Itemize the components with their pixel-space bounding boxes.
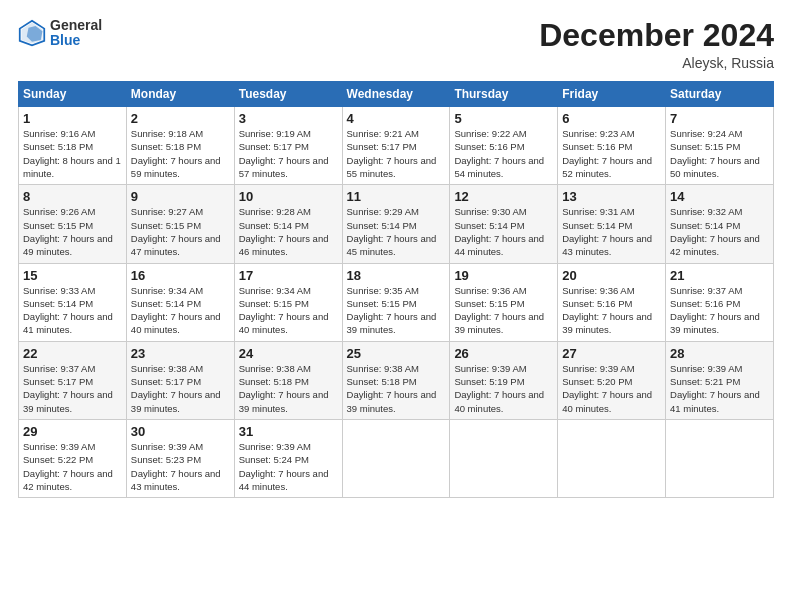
day-cell: 30Sunrise: 9:39 AMSunset: 5:23 PMDayligh… <box>126 419 234 497</box>
day-number: 26 <box>454 346 553 361</box>
logo-text: General Blue <box>50 18 102 49</box>
day-cell <box>558 419 666 497</box>
day-cell: 28Sunrise: 9:39 AMSunset: 5:21 PMDayligh… <box>666 341 774 419</box>
day-cell: 26Sunrise: 9:39 AMSunset: 5:19 PMDayligh… <box>450 341 558 419</box>
week-row-2: 8Sunrise: 9:26 AMSunset: 5:15 PMDaylight… <box>19 185 774 263</box>
day-header-thursday: Thursday <box>450 82 558 107</box>
day-content: Sunrise: 9:39 AMSunset: 5:22 PMDaylight:… <box>23 441 113 492</box>
day-number: 9 <box>131 189 230 204</box>
day-content: Sunrise: 9:18 AMSunset: 5:18 PMDaylight:… <box>131 128 221 179</box>
day-content: Sunrise: 9:37 AMSunset: 5:17 PMDaylight:… <box>23 363 113 414</box>
day-cell: 6Sunrise: 9:23 AMSunset: 5:16 PMDaylight… <box>558 107 666 185</box>
day-content: Sunrise: 9:39 AMSunset: 5:24 PMDaylight:… <box>239 441 329 492</box>
day-number: 12 <box>454 189 553 204</box>
day-number: 11 <box>347 189 446 204</box>
day-number: 14 <box>670 189 769 204</box>
page: General Blue December 2024 Aleysk, Russi… <box>0 0 792 612</box>
day-number: 27 <box>562 346 661 361</box>
day-content: Sunrise: 9:30 AMSunset: 5:14 PMDaylight:… <box>454 206 544 257</box>
logo-icon <box>18 19 46 47</box>
day-cell: 5Sunrise: 9:22 AMSunset: 5:16 PMDaylight… <box>450 107 558 185</box>
day-content: Sunrise: 9:21 AMSunset: 5:17 PMDaylight:… <box>347 128 437 179</box>
day-cell: 2Sunrise: 9:18 AMSunset: 5:18 PMDaylight… <box>126 107 234 185</box>
day-content: Sunrise: 9:38 AMSunset: 5:18 PMDaylight:… <box>347 363 437 414</box>
day-header-sunday: Sunday <box>19 82 127 107</box>
day-header-monday: Monday <box>126 82 234 107</box>
day-number: 23 <box>131 346 230 361</box>
month-title: December 2024 <box>539 18 774 53</box>
day-content: Sunrise: 9:34 AMSunset: 5:15 PMDaylight:… <box>239 285 329 336</box>
day-cell: 29Sunrise: 9:39 AMSunset: 5:22 PMDayligh… <box>19 419 127 497</box>
day-content: Sunrise: 9:33 AMSunset: 5:14 PMDaylight:… <box>23 285 113 336</box>
day-cell: 7Sunrise: 9:24 AMSunset: 5:15 PMDaylight… <box>666 107 774 185</box>
day-number: 7 <box>670 111 769 126</box>
day-content: Sunrise: 9:39 AMSunset: 5:23 PMDaylight:… <box>131 441 221 492</box>
day-cell: 21Sunrise: 9:37 AMSunset: 5:16 PMDayligh… <box>666 263 774 341</box>
day-content: Sunrise: 9:39 AMSunset: 5:20 PMDaylight:… <box>562 363 652 414</box>
day-content: Sunrise: 9:38 AMSunset: 5:18 PMDaylight:… <box>239 363 329 414</box>
day-content: Sunrise: 9:35 AMSunset: 5:15 PMDaylight:… <box>347 285 437 336</box>
day-content: Sunrise: 9:16 AMSunset: 5:18 PMDaylight:… <box>23 128 121 179</box>
day-content: Sunrise: 9:27 AMSunset: 5:15 PMDaylight:… <box>131 206 221 257</box>
day-content: Sunrise: 9:19 AMSunset: 5:17 PMDaylight:… <box>239 128 329 179</box>
day-content: Sunrise: 9:39 AMSunset: 5:21 PMDaylight:… <box>670 363 760 414</box>
day-content: Sunrise: 9:38 AMSunset: 5:17 PMDaylight:… <box>131 363 221 414</box>
week-row-3: 15Sunrise: 9:33 AMSunset: 5:14 PMDayligh… <box>19 263 774 341</box>
week-row-1: 1Sunrise: 9:16 AMSunset: 5:18 PMDaylight… <box>19 107 774 185</box>
day-cell: 4Sunrise: 9:21 AMSunset: 5:17 PMDaylight… <box>342 107 450 185</box>
day-cell: 10Sunrise: 9:28 AMSunset: 5:14 PMDayligh… <box>234 185 342 263</box>
day-number: 10 <box>239 189 338 204</box>
day-cell: 23Sunrise: 9:38 AMSunset: 5:17 PMDayligh… <box>126 341 234 419</box>
day-number: 24 <box>239 346 338 361</box>
day-number: 18 <box>347 268 446 283</box>
day-cell <box>450 419 558 497</box>
day-content: Sunrise: 9:28 AMSunset: 5:14 PMDaylight:… <box>239 206 329 257</box>
day-number: 8 <box>23 189 122 204</box>
day-number: 28 <box>670 346 769 361</box>
day-cell: 3Sunrise: 9:19 AMSunset: 5:17 PMDaylight… <box>234 107 342 185</box>
day-cell: 1Sunrise: 9:16 AMSunset: 5:18 PMDaylight… <box>19 107 127 185</box>
day-cell: 12Sunrise: 9:30 AMSunset: 5:14 PMDayligh… <box>450 185 558 263</box>
title-block: December 2024 Aleysk, Russia <box>539 18 774 71</box>
day-cell: 14Sunrise: 9:32 AMSunset: 5:14 PMDayligh… <box>666 185 774 263</box>
day-cell: 31Sunrise: 9:39 AMSunset: 5:24 PMDayligh… <box>234 419 342 497</box>
day-number: 3 <box>239 111 338 126</box>
day-content: Sunrise: 9:24 AMSunset: 5:15 PMDaylight:… <box>670 128 760 179</box>
day-header-wednesday: Wednesday <box>342 82 450 107</box>
week-row-5: 29Sunrise: 9:39 AMSunset: 5:22 PMDayligh… <box>19 419 774 497</box>
day-cell: 15Sunrise: 9:33 AMSunset: 5:14 PMDayligh… <box>19 263 127 341</box>
day-number: 5 <box>454 111 553 126</box>
day-content: Sunrise: 9:34 AMSunset: 5:14 PMDaylight:… <box>131 285 221 336</box>
calendar-table: SundayMondayTuesdayWednesdayThursdayFrid… <box>18 81 774 498</box>
location: Aleysk, Russia <box>539 55 774 71</box>
week-row-4: 22Sunrise: 9:37 AMSunset: 5:17 PMDayligh… <box>19 341 774 419</box>
logo: General Blue <box>18 18 102 49</box>
day-number: 19 <box>454 268 553 283</box>
logo-blue-text: Blue <box>50 33 102 48</box>
day-number: 2 <box>131 111 230 126</box>
day-content: Sunrise: 9:23 AMSunset: 5:16 PMDaylight:… <box>562 128 652 179</box>
day-number: 15 <box>23 268 122 283</box>
day-number: 1 <box>23 111 122 126</box>
day-number: 29 <box>23 424 122 439</box>
day-number: 20 <box>562 268 661 283</box>
day-content: Sunrise: 9:36 AMSunset: 5:16 PMDaylight:… <box>562 285 652 336</box>
day-cell <box>666 419 774 497</box>
day-content: Sunrise: 9:39 AMSunset: 5:19 PMDaylight:… <box>454 363 544 414</box>
day-cell <box>342 419 450 497</box>
day-header-tuesday: Tuesday <box>234 82 342 107</box>
day-number: 31 <box>239 424 338 439</box>
day-header-saturday: Saturday <box>666 82 774 107</box>
day-content: Sunrise: 9:36 AMSunset: 5:15 PMDaylight:… <box>454 285 544 336</box>
day-number: 30 <box>131 424 230 439</box>
day-number: 25 <box>347 346 446 361</box>
day-cell: 16Sunrise: 9:34 AMSunset: 5:14 PMDayligh… <box>126 263 234 341</box>
logo-general-text: General <box>50 18 102 33</box>
day-content: Sunrise: 9:26 AMSunset: 5:15 PMDaylight:… <box>23 206 113 257</box>
day-content: Sunrise: 9:22 AMSunset: 5:16 PMDaylight:… <box>454 128 544 179</box>
day-cell: 24Sunrise: 9:38 AMSunset: 5:18 PMDayligh… <box>234 341 342 419</box>
day-number: 22 <box>23 346 122 361</box>
day-cell: 13Sunrise: 9:31 AMSunset: 5:14 PMDayligh… <box>558 185 666 263</box>
day-header-friday: Friday <box>558 82 666 107</box>
day-content: Sunrise: 9:32 AMSunset: 5:14 PMDaylight:… <box>670 206 760 257</box>
